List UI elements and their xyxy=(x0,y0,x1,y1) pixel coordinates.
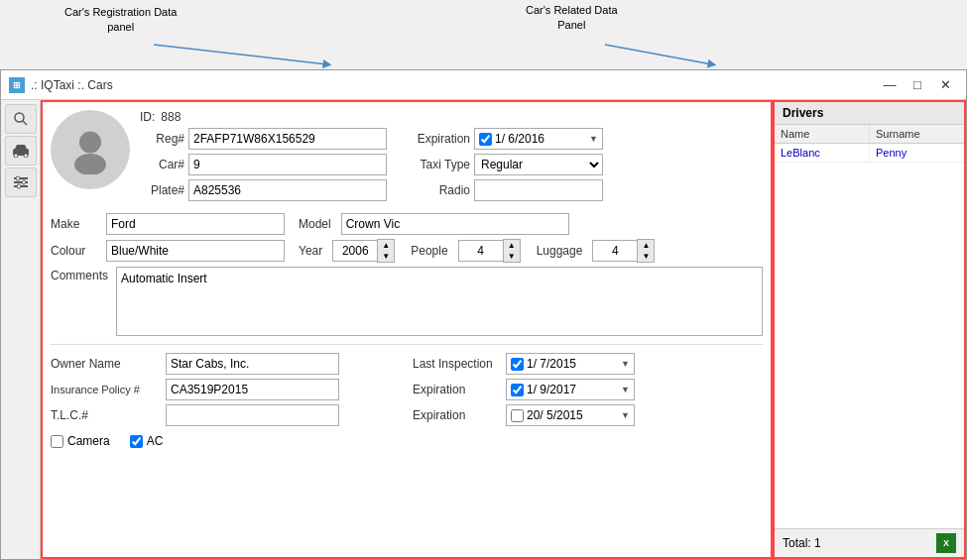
svg-point-2 xyxy=(15,113,24,122)
expiration2-label: Expiration xyxy=(413,383,502,396)
luggage-label: Luggage xyxy=(537,244,583,258)
model-label: Model xyxy=(299,217,331,231)
title-bar: ⊞ .: IQTaxi :. Cars — □ ✕ xyxy=(1,70,966,100)
luggage-up-button[interactable]: ▲ xyxy=(638,240,654,251)
expiration2-checkbox[interactable] xyxy=(511,384,524,396)
registration-panel: ID: 888 Reg# Expiration 1/ 6/2016 xyxy=(41,100,773,559)
last-inspection-dropdown-icon[interactable]: ▼ xyxy=(621,359,630,369)
owner-input[interactable] xyxy=(166,353,339,375)
svg-point-6 xyxy=(24,154,28,158)
ac-checkbox-item[interactable]: AC xyxy=(130,434,164,448)
carnum-input[interactable] xyxy=(188,154,387,175)
people-spinner[interactable]: ▲ ▼ xyxy=(458,239,521,263)
svg-point-11 xyxy=(22,180,26,184)
last-inspection-date-field[interactable]: 1/ 7/2015 ▼ xyxy=(506,353,635,375)
drivers-col-surname: Surname xyxy=(870,125,964,143)
svg-point-14 xyxy=(74,154,106,174)
luggage-input[interactable] xyxy=(592,240,637,262)
insurance-label: Insurance Policy # xyxy=(51,384,160,395)
reg-input[interactable] xyxy=(188,128,387,150)
drivers-col-name: Name xyxy=(775,125,870,143)
camera-label: Camera xyxy=(67,434,110,448)
taxitype-select[interactable]: Regular xyxy=(474,154,603,175)
people-up-button[interactable]: ▲ xyxy=(504,240,520,251)
insurance-input[interactable] xyxy=(166,379,339,400)
driver-row-0[interactable]: LeBlanc Penny xyxy=(775,144,964,163)
expiration-date-value: 1/ 6/2016 xyxy=(495,132,586,146)
camera-checkbox-item[interactable]: Camera xyxy=(51,434,110,448)
app-icon: ⊞ xyxy=(9,77,25,93)
driver-surname-0: Penny xyxy=(870,144,964,162)
expiration-label: Expiration xyxy=(391,132,470,146)
tlc-input[interactable] xyxy=(166,404,339,426)
camera-checkbox[interactable] xyxy=(51,435,63,448)
last-inspection-label: Last Inspection xyxy=(413,357,502,371)
expiration3-date-field[interactable]: 20/ 5/2015 ▼ xyxy=(506,404,635,426)
drivers-panel: Drivers Name Surname LeBlanc Penny Total… xyxy=(773,100,966,559)
search-toolbar-button[interactable] xyxy=(5,104,37,134)
colour-input[interactable] xyxy=(106,240,285,262)
model-input[interactable] xyxy=(341,213,569,235)
svg-line-3 xyxy=(23,121,27,125)
maximize-button[interactable]: □ xyxy=(905,75,930,95)
taxitype-label: Taxi Type xyxy=(391,158,470,171)
expiration2-dropdown-icon[interactable]: ▼ xyxy=(621,385,630,394)
colour-label: Colour xyxy=(51,244,100,258)
window-title: .: IQTaxi :. Cars xyxy=(31,78,113,92)
comments-label: Comments xyxy=(51,267,110,282)
left-toolbar xyxy=(1,100,41,559)
svg-point-5 xyxy=(14,154,18,158)
year-input[interactable] xyxy=(332,240,377,262)
ac-checkbox[interactable] xyxy=(130,435,143,448)
year-label: Year xyxy=(299,244,322,258)
drivers-footer: Total: 1 X xyxy=(775,528,964,557)
last-inspection-checkbox[interactable] xyxy=(511,358,524,371)
make-label: Make xyxy=(51,217,100,231)
year-spinner[interactable]: ▲ ▼ xyxy=(332,239,395,263)
expiration3-value: 20/ 5/2015 xyxy=(527,408,618,422)
expiration-dropdown-icon[interactable]: ▼ xyxy=(589,134,598,144)
svg-point-13 xyxy=(79,132,101,154)
left-annotation-label: Car's Registration Data panel xyxy=(64,5,177,36)
minimize-button[interactable]: — xyxy=(877,75,903,95)
ac-label: AC xyxy=(147,434,164,448)
carnum-label: Car# xyxy=(140,158,184,171)
id-label: ID: xyxy=(140,110,155,124)
last-inspection-value: 1/ 7/2015 xyxy=(527,357,618,371)
owner-label: Owner Name xyxy=(51,357,160,371)
expiration3-label: Expiration xyxy=(413,408,502,422)
svg-line-1 xyxy=(605,45,712,64)
plate-input[interactable] xyxy=(188,179,387,201)
close-button[interactable]: ✕ xyxy=(932,75,958,95)
id-value: 888 xyxy=(161,110,181,124)
settings-toolbar-button[interactable] xyxy=(5,168,37,197)
total-label: Total: 1 xyxy=(783,536,821,550)
plate-label: Plate# xyxy=(140,183,184,197)
excel-export-button[interactable]: X xyxy=(936,533,956,553)
luggage-down-button[interactable]: ▼ xyxy=(638,251,654,262)
year-up-button[interactable]: ▲ xyxy=(378,240,394,251)
avatar xyxy=(51,110,130,189)
people-label: People xyxy=(411,244,447,258)
svg-point-12 xyxy=(17,184,21,188)
expiration-checkbox[interactable] xyxy=(479,133,492,146)
expiration3-dropdown-icon[interactable]: ▼ xyxy=(621,410,630,420)
expiration-date-field[interactable]: 1/ 6/2016 ▼ xyxy=(474,128,603,150)
tlc-label: T.L.C.# xyxy=(51,408,160,422)
expiration3-checkbox[interactable] xyxy=(511,409,524,422)
radio-input[interactable] xyxy=(474,179,603,201)
year-down-button[interactable]: ▼ xyxy=(378,251,394,262)
drivers-panel-title: Drivers xyxy=(775,102,964,125)
driver-name-0: LeBlanc xyxy=(775,144,870,162)
svg-line-0 xyxy=(154,45,327,64)
people-down-button[interactable]: ▼ xyxy=(504,251,520,262)
people-input[interactable] xyxy=(458,240,503,262)
svg-point-10 xyxy=(16,176,20,180)
drivers-table: Name Surname LeBlanc Penny xyxy=(775,125,964,528)
reg-label: Reg# xyxy=(140,132,184,146)
make-input[interactable] xyxy=(106,213,285,235)
luggage-spinner[interactable]: ▲ ▼ xyxy=(592,239,655,263)
car-toolbar-button[interactable] xyxy=(5,136,37,166)
comments-textarea[interactable]: Automatic Insert xyxy=(116,267,763,336)
expiration2-date-field[interactable]: 1/ 9/2017 ▼ xyxy=(506,379,635,400)
